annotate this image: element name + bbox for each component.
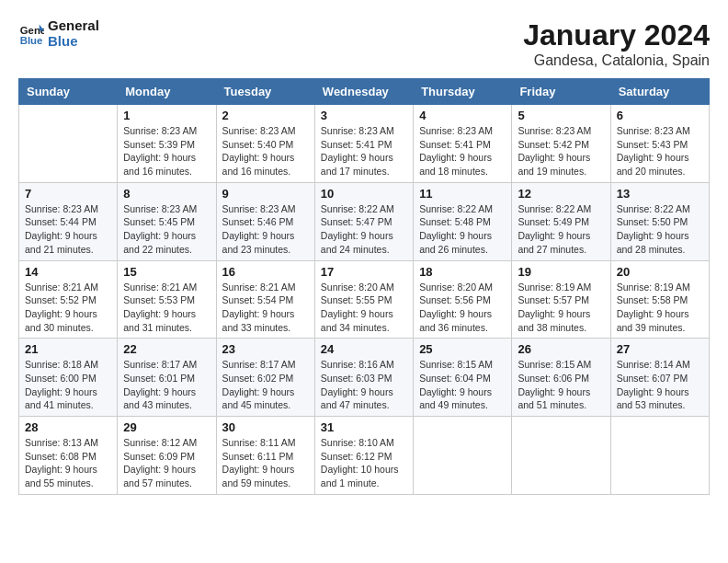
day-info: Sunrise: 8:23 AMSunset: 5:40 PMDaylight:… <box>222 124 309 178</box>
calendar-cell: 8Sunrise: 8:23 AMSunset: 5:45 PMDaylight… <box>118 182 216 260</box>
day-info: Sunrise: 8:15 AMSunset: 6:04 PMDaylight:… <box>419 358 506 412</box>
day-info: Sunrise: 8:21 AMSunset: 5:52 PMDaylight:… <box>25 281 111 335</box>
calendar-cell <box>512 417 610 495</box>
calendar-week-row: 14Sunrise: 8:21 AMSunset: 5:52 PMDayligh… <box>19 260 710 339</box>
logo-blue: Blue <box>48 33 78 49</box>
calendar-header-row: SundayMondayTuesdayWednesdayThursdayFrid… <box>19 79 710 105</box>
calendar-cell: 25Sunrise: 8:15 AMSunset: 6:04 PMDayligh… <box>414 339 512 417</box>
day-info: Sunrise: 8:23 AMSunset: 5:43 PMDaylight:… <box>617 124 703 178</box>
day-info: Sunrise: 8:21 AMSunset: 5:53 PMDaylight:… <box>123 281 210 335</box>
calendar-cell: 21Sunrise: 8:18 AMSunset: 6:00 PMDayligh… <box>19 339 118 417</box>
calendar-cell: 31Sunrise: 8:10 AMSunset: 6:12 PMDayligh… <box>314 417 413 495</box>
day-info: Sunrise: 8:20 AMSunset: 5:56 PMDaylight:… <box>419 281 506 335</box>
day-info: Sunrise: 8:14 AMSunset: 6:07 PMDaylight:… <box>617 358 703 412</box>
calendar-cell: 11Sunrise: 8:22 AMSunset: 5:48 PMDayligh… <box>414 182 512 260</box>
day-info: Sunrise: 8:21 AMSunset: 5:54 PMDaylight:… <box>222 281 309 335</box>
day-info: Sunrise: 8:16 AMSunset: 6:03 PMDaylight:… <box>321 358 407 412</box>
day-info: Sunrise: 8:18 AMSunset: 6:00 PMDaylight:… <box>25 358 111 412</box>
calendar-cell: 24Sunrise: 8:16 AMSunset: 6:03 PMDayligh… <box>314 339 413 417</box>
calendar-cell: 28Sunrise: 8:13 AMSunset: 6:08 PMDayligh… <box>19 417 118 495</box>
day-number: 28 <box>25 420 111 434</box>
day-number: 1 <box>123 109 210 122</box>
day-info: Sunrise: 8:23 AMSunset: 5:44 PMDaylight:… <box>25 202 111 257</box>
calendar-cell: 19Sunrise: 8:19 AMSunset: 5:57 PMDayligh… <box>512 260 610 339</box>
calendar-cell: 14Sunrise: 8:21 AMSunset: 5:52 PMDayligh… <box>19 260 118 339</box>
day-info: Sunrise: 8:13 AMSunset: 6:08 PMDaylight:… <box>25 436 111 490</box>
calendar-cell <box>19 105 118 183</box>
calendar-week-row: 1Sunrise: 8:23 AMSunset: 5:39 PMDaylight… <box>19 105 710 183</box>
day-number: 9 <box>222 187 309 201</box>
day-number: 8 <box>123 187 210 201</box>
calendar-cell: 30Sunrise: 8:11 AMSunset: 6:11 PMDayligh… <box>216 417 314 495</box>
day-info: Sunrise: 8:11 AMSunset: 6:11 PMDaylight:… <box>222 436 309 490</box>
calendar-cell: 7Sunrise: 8:23 AMSunset: 5:44 PMDaylight… <box>19 182 118 260</box>
day-number: 30 <box>222 420 309 434</box>
calendar-weekday-header: Saturday <box>610 79 709 105</box>
day-info: Sunrise: 8:15 AMSunset: 6:06 PMDaylight:… <box>518 358 604 412</box>
logo: General Blue General Blue <box>18 18 99 49</box>
day-number: 27 <box>617 342 703 356</box>
month-year-title: January 2024 <box>523 18 710 52</box>
calendar-cell: 12Sunrise: 8:22 AMSunset: 5:49 PMDayligh… <box>512 182 610 260</box>
day-info: Sunrise: 8:23 AMSunset: 5:41 PMDaylight:… <box>419 124 506 178</box>
calendar-cell: 9Sunrise: 8:23 AMSunset: 5:46 PMDaylight… <box>216 182 314 260</box>
day-info: Sunrise: 8:22 AMSunset: 5:50 PMDaylight:… <box>617 202 703 257</box>
calendar-cell: 3Sunrise: 8:23 AMSunset: 5:41 PMDaylight… <box>314 105 413 183</box>
calendar-cell: 1Sunrise: 8:23 AMSunset: 5:39 PMDaylight… <box>118 105 216 183</box>
calendar-cell: 23Sunrise: 8:17 AMSunset: 6:02 PMDayligh… <box>216 339 314 417</box>
header: General Blue General Blue January 2024 G… <box>18 18 710 69</box>
day-info: Sunrise: 8:12 AMSunset: 6:09 PMDaylight:… <box>123 436 210 490</box>
day-info: Sunrise: 8:23 AMSunset: 5:39 PMDaylight:… <box>123 124 210 178</box>
calendar-cell: 16Sunrise: 8:21 AMSunset: 5:54 PMDayligh… <box>216 260 314 339</box>
day-number: 21 <box>25 342 111 356</box>
calendar-cell: 5Sunrise: 8:23 AMSunset: 5:42 PMDaylight… <box>512 105 610 183</box>
day-number: 31 <box>321 420 407 434</box>
day-number: 3 <box>321 109 407 122</box>
day-number: 24 <box>321 342 407 356</box>
calendar-cell: 29Sunrise: 8:12 AMSunset: 6:09 PMDayligh… <box>118 417 216 495</box>
day-info: Sunrise: 8:22 AMSunset: 5:48 PMDaylight:… <box>419 202 506 257</box>
calendar-week-row: 7Sunrise: 8:23 AMSunset: 5:44 PMDaylight… <box>19 182 710 260</box>
calendar-weekday-header: Thursday <box>414 79 512 105</box>
day-number: 23 <box>222 342 309 356</box>
calendar-cell: 4Sunrise: 8:23 AMSunset: 5:41 PMDaylight… <box>414 105 512 183</box>
day-number: 17 <box>321 265 407 279</box>
day-info: Sunrise: 8:10 AMSunset: 6:12 PMDaylight:… <box>321 436 407 490</box>
calendar-weekday-header: Monday <box>118 79 216 105</box>
day-number: 4 <box>419 109 506 122</box>
day-number: 11 <box>419 187 506 201</box>
calendar-cell: 22Sunrise: 8:17 AMSunset: 6:01 PMDayligh… <box>118 339 216 417</box>
calendar-cell: 15Sunrise: 8:21 AMSunset: 5:53 PMDayligh… <box>118 260 216 339</box>
calendar-cell: 13Sunrise: 8:22 AMSunset: 5:50 PMDayligh… <box>610 182 709 260</box>
day-info: Sunrise: 8:22 AMSunset: 5:47 PMDaylight:… <box>321 202 407 257</box>
day-number: 14 <box>25 265 111 279</box>
day-number: 12 <box>518 187 604 201</box>
calendar-weekday-header: Friday <box>512 79 610 105</box>
logo-general: General <box>48 17 99 33</box>
calendar-body: 1Sunrise: 8:23 AMSunset: 5:39 PMDaylight… <box>19 105 710 495</box>
calendar-cell: 20Sunrise: 8:19 AMSunset: 5:58 PMDayligh… <box>610 260 709 339</box>
calendar-cell <box>610 417 709 495</box>
day-number: 15 <box>123 265 210 279</box>
calendar-weekday-header: Wednesday <box>314 79 413 105</box>
calendar-week-row: 21Sunrise: 8:18 AMSunset: 6:00 PMDayligh… <box>19 339 710 417</box>
day-number: 19 <box>518 265 604 279</box>
day-info: Sunrise: 8:23 AMSunset: 5:46 PMDaylight:… <box>222 202 309 257</box>
calendar-week-row: 28Sunrise: 8:13 AMSunset: 6:08 PMDayligh… <box>19 417 710 495</box>
day-number: 7 <box>25 187 111 201</box>
day-number: 10 <box>321 187 407 201</box>
day-info: Sunrise: 8:19 AMSunset: 5:57 PMDaylight:… <box>518 281 604 335</box>
day-number: 5 <box>518 109 604 122</box>
day-number: 6 <box>617 109 703 122</box>
day-info: Sunrise: 8:23 AMSunset: 5:41 PMDaylight:… <box>321 124 407 178</box>
day-number: 25 <box>419 342 506 356</box>
calendar-cell: 10Sunrise: 8:22 AMSunset: 5:47 PMDayligh… <box>314 182 413 260</box>
day-number: 26 <box>518 342 604 356</box>
day-number: 22 <box>123 342 210 356</box>
day-info: Sunrise: 8:20 AMSunset: 5:55 PMDaylight:… <box>321 281 407 335</box>
day-info: Sunrise: 8:19 AMSunset: 5:58 PMDaylight:… <box>617 281 703 335</box>
title-area: January 2024 Gandesa, Catalonia, Spain <box>523 18 710 69</box>
day-info: Sunrise: 8:17 AMSunset: 6:02 PMDaylight:… <box>222 358 309 412</box>
day-info: Sunrise: 8:23 AMSunset: 5:42 PMDaylight:… <box>518 124 604 178</box>
svg-text:Blue: Blue <box>20 34 43 45</box>
